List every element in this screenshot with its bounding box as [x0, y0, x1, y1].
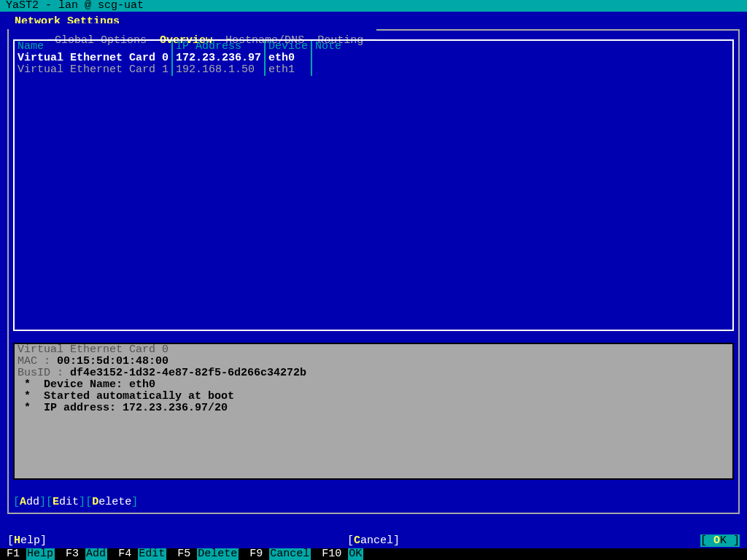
add-button-hotkey: A [20, 496, 26, 508]
fkey[interactable]: F9 [243, 548, 269, 560]
device-list[interactable]: Name IP Address Device Note Virtual Ethe… [13, 39, 734, 331]
detail-mac-label: MAC : [18, 355, 57, 368]
fkey[interactable]: F10 [315, 548, 348, 560]
function-key-bar: F1 Help F3 Add F4 Edit F5 Delete F9 Canc… [0, 548, 747, 560]
col-note: Note [311, 41, 732, 52]
cancel-button[interactable]: [Cancel] [47, 535, 700, 547]
col-device: Device [265, 41, 311, 52]
device-table: Name IP Address Device Note Virtual Ethe… [15, 41, 732, 76]
fkey[interactable]: F1 [0, 548, 26, 560]
col-ip: IP Address [172, 41, 265, 52]
detail-mac: 00:15:5d:01:48:00 [57, 355, 169, 368]
tab-panel: ─Global Options──Overview──Hostname/DNS─… [7, 29, 740, 514]
help-button[interactable]: [Help] [7, 535, 47, 547]
edit-button-hotkey: E [53, 496, 59, 508]
detail-line: * IP address: 172.23.236.97/20 [18, 402, 228, 414]
detail-busid: df4e3152-1d32-4e87-82f5-6d266c34272b [70, 367, 306, 379]
app-frame: Network Settings ─Global Options──Overvi… [0, 12, 747, 548]
table-row[interactable]: Virtual Ethernet Card 1 192.168.1.50 eth… [15, 64, 732, 76]
col-name: Name [15, 41, 172, 52]
table-row[interactable]: Virtual Ethernet Card 0 172.23.236.97 et… [15, 52, 732, 64]
detail-line: * Started automatically at boot [18, 390, 234, 402]
fkey[interactable]: F5 [171, 548, 197, 560]
edit-button[interactable]: dit [59, 496, 79, 508]
title-bar: YaST2 - lan @ scg-uat [0, 0, 747, 12]
delete-button[interactable]: elete [98, 496, 131, 508]
device-detail-pane: Virtual Ethernet Card 0 MAC : 00:15:5d:0… [13, 343, 734, 480]
fkey[interactable]: F3 [59, 548, 85, 560]
delete-button-hotkey: D [92, 496, 98, 508]
action-buttons: [Add][Edit][Delete] [13, 497, 138, 508]
add-button[interactable]: dd [26, 496, 39, 508]
dialog-buttons: [Help] [Cancel] [ OK ] [0, 535, 747, 547]
detail-title: Virtual Ethernet Card 0 [18, 343, 169, 356]
detail-line: * Device Name: eth0 [18, 378, 155, 391]
ok-button[interactable]: [ OK ] [700, 534, 740, 547]
fkey[interactable]: F4 [112, 548, 138, 560]
detail-busid-label: BusID : [18, 367, 70, 379]
table-header-row: Name IP Address Device Note [15, 41, 732, 52]
